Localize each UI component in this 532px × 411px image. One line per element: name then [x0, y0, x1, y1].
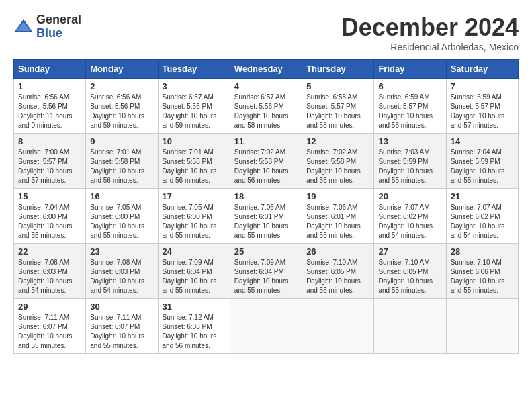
day-number: 16 — [90, 191, 153, 201]
day-number: 4 — [234, 81, 298, 91]
table-row: 5Sunrise: 6:58 AM Sunset: 5:57 PM Daylig… — [302, 79, 374, 134]
day-info: Sunrise: 7:09 AM Sunset: 6:04 PM Dayligh… — [234, 258, 298, 295]
day-info: Sunrise: 7:05 AM Sunset: 6:00 PM Dayligh… — [90, 203, 153, 240]
day-info: Sunrise: 6:56 AM Sunset: 5:56 PM Dayligh… — [90, 93, 153, 130]
day-number: 26 — [306, 246, 369, 257]
subtitle: Residencial Arboledas, Mexico — [341, 42, 519, 52]
table-row: 8Sunrise: 7:00 AM Sunset: 5:57 PM Daylig… — [14, 134, 86, 189]
day-number: 17 — [163, 191, 226, 201]
day-info: Sunrise: 6:59 AM Sunset: 5:57 PM Dayligh… — [378, 93, 441, 130]
logo-blue: Blue — [36, 27, 81, 40]
day-number: 27 — [378, 246, 441, 257]
logo-general: General — [36, 13, 81, 27]
day-number: 25 — [234, 246, 298, 257]
day-info: Sunrise: 7:09 AM Sunset: 6:04 PM Dayligh… — [163, 258, 226, 295]
col-monday: Monday — [86, 60, 158, 79]
day-info: Sunrise: 7:11 AM Sunset: 6:07 PM Dayligh… — [90, 313, 153, 351]
table-row: 9Sunrise: 7:01 AM Sunset: 5:58 PM Daylig… — [86, 134, 158, 189]
page-header: General Blue December 2024 Residencial A… — [13, 13, 519, 52]
day-number: 21 — [451, 191, 514, 201]
col-friday: Friday — [374, 60, 446, 79]
table-row: 16Sunrise: 7:05 AM Sunset: 6:00 PM Dayli… — [86, 189, 158, 244]
table-row — [374, 299, 446, 354]
col-thursday: Thursday — [302, 60, 374, 79]
calendar-week-5: 29Sunrise: 7:11 AM Sunset: 6:07 PM Dayli… — [14, 299, 519, 354]
logo-icon — [13, 17, 34, 37]
day-info: Sunrise: 7:11 AM Sunset: 6:07 PM Dayligh… — [18, 313, 81, 351]
table-row: 11Sunrise: 7:02 AM Sunset: 5:58 PM Dayli… — [230, 134, 302, 189]
calendar-week-2: 8Sunrise: 7:00 AM Sunset: 5:57 PM Daylig… — [14, 134, 519, 189]
day-info: Sunrise: 6:57 AM Sunset: 5:56 PM Dayligh… — [163, 93, 226, 130]
day-info: Sunrise: 7:05 AM Sunset: 6:00 PM Dayligh… — [163, 203, 226, 240]
table-row: 22Sunrise: 7:08 AM Sunset: 6:03 PM Dayli… — [14, 244, 86, 299]
table-row: 26Sunrise: 7:10 AM Sunset: 6:05 PM Dayli… — [302, 244, 374, 299]
calendar-week-4: 22Sunrise: 7:08 AM Sunset: 6:03 PM Dayli… — [14, 244, 519, 299]
table-row: 19Sunrise: 7:06 AM Sunset: 6:01 PM Dayli… — [302, 189, 374, 244]
day-info: Sunrise: 7:08 AM Sunset: 6:03 PM Dayligh… — [90, 258, 153, 295]
day-info: Sunrise: 7:00 AM Sunset: 5:57 PM Dayligh… — [18, 148, 81, 185]
day-number: 18 — [234, 191, 298, 201]
day-info: Sunrise: 7:10 AM Sunset: 6:05 PM Dayligh… — [306, 258, 369, 295]
day-number: 2 — [90, 81, 153, 91]
day-number: 7 — [451, 81, 514, 91]
calendar-week-1: 1Sunrise: 6:56 AM Sunset: 5:56 PM Daylig… — [14, 79, 519, 134]
table-row: 21Sunrise: 7:07 AM Sunset: 6:02 PM Dayli… — [446, 189, 518, 244]
table-row: 6Sunrise: 6:59 AM Sunset: 5:57 PM Daylig… — [374, 79, 446, 134]
table-row: 2Sunrise: 6:56 AM Sunset: 5:56 PM Daylig… — [86, 79, 158, 134]
calendar-week-3: 15Sunrise: 7:04 AM Sunset: 6:00 PM Dayli… — [14, 189, 519, 244]
table-row: 3Sunrise: 6:57 AM Sunset: 5:56 PM Daylig… — [158, 79, 230, 134]
day-number: 14 — [451, 136, 514, 146]
day-number: 9 — [90, 136, 153, 146]
day-number: 31 — [163, 302, 226, 312]
day-info: Sunrise: 6:56 AM Sunset: 5:56 PM Dayligh… — [18, 93, 81, 130]
col-tuesday: Tuesday — [158, 60, 230, 79]
day-info: Sunrise: 7:02 AM Sunset: 5:58 PM Dayligh… — [234, 148, 298, 185]
header-row: Sunday Monday Tuesday Wednesday Thursday… — [14, 60, 519, 79]
day-number: 19 — [306, 191, 369, 201]
day-info: Sunrise: 7:12 AM Sunset: 6:08 PM Dayligh… — [163, 313, 226, 351]
table-row: 27Sunrise: 7:10 AM Sunset: 6:05 PM Dayli… — [374, 244, 446, 299]
day-info: Sunrise: 7:04 AM Sunset: 5:59 PM Dayligh… — [451, 148, 514, 185]
table-row: 12Sunrise: 7:02 AM Sunset: 5:58 PM Dayli… — [302, 134, 374, 189]
day-number: 6 — [378, 81, 441, 91]
table-row — [302, 299, 374, 354]
day-number: 20 — [378, 191, 441, 201]
day-info: Sunrise: 7:07 AM Sunset: 6:02 PM Dayligh… — [451, 203, 514, 240]
table-row: 30Sunrise: 7:11 AM Sunset: 6:07 PM Dayli… — [86, 299, 158, 354]
day-info: Sunrise: 7:08 AM Sunset: 6:03 PM Dayligh… — [18, 258, 81, 295]
day-number: 8 — [18, 136, 81, 146]
day-info: Sunrise: 7:01 AM Sunset: 5:58 PM Dayligh… — [163, 148, 226, 185]
day-number: 1 — [18, 81, 81, 91]
day-number: 11 — [234, 136, 298, 146]
day-info: Sunrise: 6:58 AM Sunset: 5:57 PM Dayligh… — [306, 93, 369, 130]
day-number: 3 — [163, 81, 226, 91]
table-row: 18Sunrise: 7:06 AM Sunset: 6:01 PM Dayli… — [230, 189, 302, 244]
day-number: 15 — [18, 191, 81, 201]
day-info: Sunrise: 6:57 AM Sunset: 5:56 PM Dayligh… — [234, 93, 298, 130]
day-number: 29 — [18, 302, 81, 312]
table-row: 29Sunrise: 7:11 AM Sunset: 6:07 PM Dayli… — [14, 299, 86, 354]
table-row: 1Sunrise: 6:56 AM Sunset: 5:56 PM Daylig… — [14, 79, 86, 134]
day-info: Sunrise: 7:01 AM Sunset: 5:58 PM Dayligh… — [90, 148, 153, 185]
day-info: Sunrise: 7:04 AM Sunset: 6:00 PM Dayligh… — [18, 203, 81, 240]
day-number: 28 — [451, 246, 514, 257]
calendar-body: 1Sunrise: 6:56 AM Sunset: 5:56 PM Daylig… — [14, 79, 519, 354]
day-info: Sunrise: 7:10 AM Sunset: 6:06 PM Dayligh… — [451, 258, 514, 295]
table-row: 20Sunrise: 7:07 AM Sunset: 6:02 PM Dayli… — [374, 189, 446, 244]
table-row: 25Sunrise: 7:09 AM Sunset: 6:04 PM Dayli… — [230, 244, 302, 299]
day-info: Sunrise: 7:06 AM Sunset: 6:01 PM Dayligh… — [306, 203, 369, 240]
day-number: 24 — [163, 246, 226, 257]
day-number: 30 — [90, 302, 153, 312]
calendar-header: Sunday Monday Tuesday Wednesday Thursday… — [14, 60, 519, 79]
title-block: December 2024 Residencial Arboledas, Mex… — [341, 13, 519, 52]
calendar-table: Sunday Monday Tuesday Wednesday Thursday… — [13, 59, 519, 354]
day-number: 10 — [163, 136, 226, 146]
table-row: 4Sunrise: 6:57 AM Sunset: 5:56 PM Daylig… — [230, 79, 302, 134]
table-row: 24Sunrise: 7:09 AM Sunset: 6:04 PM Dayli… — [158, 244, 230, 299]
table-row — [230, 299, 302, 354]
col-sunday: Sunday — [14, 60, 86, 79]
table-row: 10Sunrise: 7:01 AM Sunset: 5:58 PM Dayli… — [158, 134, 230, 189]
table-row: 17Sunrise: 7:05 AM Sunset: 6:00 PM Dayli… — [158, 189, 230, 244]
day-info: Sunrise: 7:03 AM Sunset: 5:59 PM Dayligh… — [378, 148, 441, 185]
table-row: 28Sunrise: 7:10 AM Sunset: 6:06 PM Dayli… — [446, 244, 518, 299]
